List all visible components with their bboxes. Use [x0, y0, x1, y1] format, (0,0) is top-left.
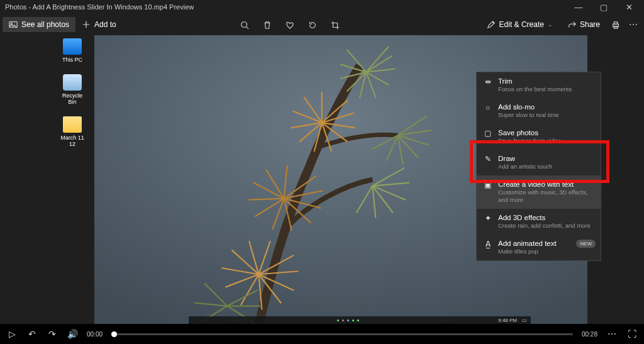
share-icon [568, 20, 577, 29]
see-all-label: See all photos [21, 20, 69, 29]
menu-item-save-photos[interactable]: ▢ Save photos Save frames from video [477, 124, 601, 150]
window-title: Photos - Add A Brightness Slider In Wind… [3, 3, 566, 11]
menu-item-title: Draw [498, 154, 552, 163]
menu-item-subtitle: Add an artistic touch [498, 163, 552, 170]
menu-item-animated-text[interactable]: A̲ Add animated text Make titles pop NEW [477, 235, 601, 260]
draw-icon: ✎ [483, 155, 492, 164]
menu-item-subtitle: Create rain, add confetti, and more [498, 222, 591, 230]
menu-item-subtitle: Customize with music, 3D effects, and mo… [498, 189, 594, 204]
edit-icon [487, 20, 496, 29]
taskbar-time: 9:48 PM [498, 318, 517, 323]
desktop-icons: This PC Recycle Bin March 11 12 [58, 38, 87, 158]
heart-icon[interactable] [286, 19, 294, 30]
skip-back-button[interactable]: ↶ [26, 329, 38, 339]
desktop-icon-folder[interactable]: March 11 12 [58, 116, 87, 147]
window-titlebar: Photos - Add A Brightness Slider In Wind… [0, 0, 644, 14]
zoom-icon[interactable] [240, 19, 249, 30]
menu-item-3d-effects[interactable]: ✦ Add 3D effects Create rain, add confet… [477, 209, 601, 235]
minimize-button[interactable]: ― [566, 3, 591, 12]
player-more-icon[interactable]: ⋯ [606, 329, 618, 339]
center-toolbar-group [123, 19, 483, 30]
right-toolbar-group: Edit & Create ⌄ Share ⋯ [483, 18, 641, 31]
svg-point-2 [242, 22, 247, 28]
desktop-icon-this-pc[interactable]: This PC [58, 38, 87, 63]
taskbar-tray-icons [192, 319, 493, 321]
menu-item-draw[interactable]: ✎ Draw Add an artistic touch [477, 150, 601, 175]
close-button[interactable]: ✕ [616, 3, 641, 12]
bin-icon [63, 74, 82, 91]
play-button[interactable]: ▷ [6, 329, 18, 339]
add-to-label: Add to [94, 20, 116, 29]
menu-item-trim[interactable]: ⇹ Trim Focus on the best moments [477, 72, 601, 98]
menu-item-slomo[interactable]: ○ Add slo-mo Super slow to real time [477, 98, 601, 124]
menu-item-subtitle: Focus on the best moments [498, 86, 572, 93]
folder-icon [63, 116, 82, 133]
menu-item-title: Add slo-mo [498, 103, 559, 111]
media-viewer: This PC Recycle Bin March 11 12 [0, 35, 644, 324]
svg-rect-5 [614, 26, 617, 29]
video-player-bar: ▷ ↶ ↷ 🔊 00:00 00:28 ⋯ ⛶ [0, 324, 644, 344]
monitor-icon [63, 38, 82, 55]
maximize-button[interactable]: ▢ [591, 3, 616, 12]
see-all-photos-button[interactable]: See all photos [3, 17, 75, 32]
total-time: 00:28 [582, 331, 597, 338]
plus-icon [82, 20, 91, 29]
print-icon[interactable] [611, 19, 620, 30]
desktop-icon-label: March 11 12 [58, 135, 87, 147]
effects-3d-icon: ✦ [483, 214, 492, 223]
photo-icon [9, 20, 18, 29]
new-badge: NEW [576, 240, 596, 248]
current-time: 00:00 [87, 331, 103, 338]
trim-icon: ⇹ [483, 77, 492, 86]
video-text-icon: ▣ [483, 180, 492, 189]
delete-icon[interactable] [263, 19, 272, 30]
add-to-button[interactable]: Add to [75, 17, 123, 32]
fullscreen-button[interactable]: ⛶ [626, 329, 638, 339]
share-label: Share [580, 20, 600, 29]
edit-create-dropdown: ⇹ Trim Focus on the best moments ○ Add s… [476, 72, 601, 261]
edit-create-label: Edit & Create [499, 20, 544, 29]
menu-item-subtitle: Make titles pop [498, 248, 557, 255]
slomo-icon: ○ [483, 103, 492, 112]
notification-icon[interactable]: ▭ [522, 318, 527, 323]
menu-item-title: Add animated text [498, 239, 557, 248]
desktop-icon-recycle-bin[interactable]: Recycle Bin [58, 74, 87, 105]
chevron-down-icon: ⌄ [548, 21, 553, 28]
animated-text-icon: A̲ [483, 240, 492, 248]
rotate-icon[interactable] [308, 19, 317, 30]
seek-bar[interactable] [111, 333, 573, 335]
menu-item-title: Create a video with text [498, 180, 594, 189]
share-button[interactable]: Share [565, 18, 602, 31]
volume-button[interactable]: 🔊 [67, 329, 78, 339]
menu-item-title: Add 3D effects [498, 213, 591, 222]
inner-taskbar: 9:48 PM ▭ [189, 316, 531, 324]
menu-item-create-video-text[interactable]: ▣ Create a video with text Customize wit… [477, 175, 601, 209]
skip-fwd-button[interactable]: ↷ [47, 329, 58, 339]
save-photo-icon: ▢ [483, 129, 492, 138]
menu-item-title: Save photos [498, 128, 561, 137]
menu-item-subtitle: Save frames from video [498, 137, 561, 145]
edit-create-button[interactable]: Edit & Create ⌄ [483, 18, 557, 31]
desktop-icon-label: This PC [58, 57, 87, 63]
app-toolbar: See all photos Add to Edit & Create ⌄ Sh… [0, 14, 644, 35]
menu-item-title: Trim [498, 77, 572, 86]
more-icon[interactable]: ⋯ [629, 19, 638, 30]
menu-item-subtitle: Super slow to real time [498, 111, 559, 119]
crop-icon[interactable] [331, 19, 340, 30]
desktop-icon-label: Recycle Bin [58, 92, 87, 105]
svg-rect-4 [614, 22, 617, 25]
